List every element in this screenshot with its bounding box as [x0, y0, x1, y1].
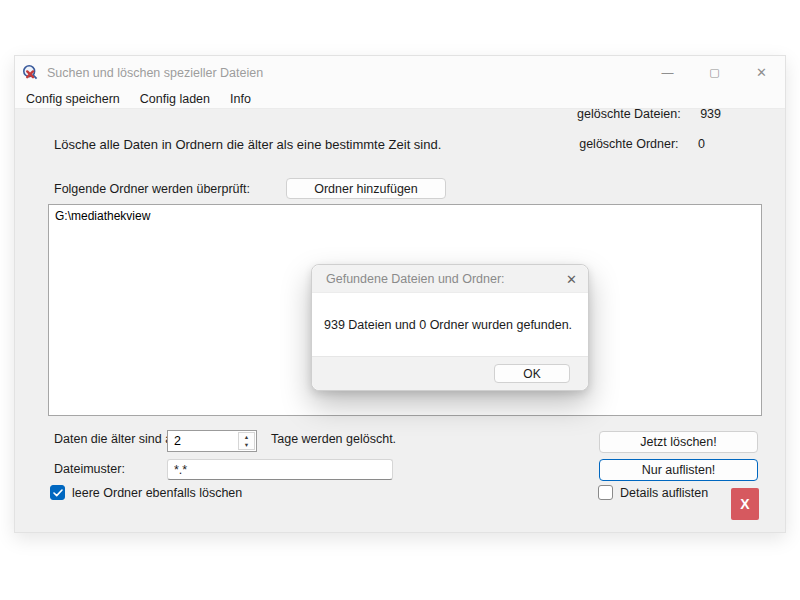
deleted-folders-label: gelöschte Ordner:: [579, 137, 678, 151]
menubar: Config speichern Config laden Info: [15, 89, 271, 109]
empty-folders-checkbox[interactable]: [50, 485, 65, 500]
pattern-input[interactable]: [167, 459, 393, 480]
age-input[interactable]: [168, 431, 237, 451]
folder-list-item[interactable]: G:\mediathekview: [49, 205, 761, 227]
age-label: Daten die älter sind als:: [54, 432, 185, 446]
dialog-message: 939 Dateien und 0 Ordner wurden gefunden…: [324, 318, 572, 332]
window-title: Suchen und löschen spezieller Dateien: [47, 66, 263, 80]
spinner-down-icon[interactable]: ▼: [239, 441, 254, 449]
age-suffix-label: Tage werden gelöscht.: [271, 432, 396, 446]
deleted-folders-value: 0: [698, 137, 705, 151]
details-checkbox[interactable]: [598, 485, 613, 500]
ok-button[interactable]: OK: [494, 364, 570, 383]
folders-checked-label: Folgende Ordner werden überprüft:: [54, 182, 250, 196]
dialog-footer: OK: [312, 356, 588, 390]
empty-folders-checkbox-row: leere Ordner ebenfalls löschen: [50, 485, 242, 500]
minimize-icon[interactable]: —: [644, 56, 691, 89]
dialog-close-icon[interactable]: ✕: [566, 265, 577, 293]
deleted-files-stat: gelöschte Dateien: 939: [577, 107, 721, 121]
deleted-files-label: gelöschte Dateien:: [577, 107, 681, 121]
titlebar: Suchen und löschen spezieller Dateien — …: [15, 56, 785, 89]
window-controls: — ▢ ✕: [644, 56, 785, 89]
menu-info[interactable]: Info: [230, 92, 251, 106]
spinner-up-icon[interactable]: ▲: [239, 433, 254, 441]
abort-button[interactable]: X: [731, 488, 759, 520]
deleted-folders-stat: gelöschte Ordner: 0: [579, 137, 705, 151]
dialog-body: 939 Dateien und 0 Ordner wurden gefunden…: [312, 293, 588, 356]
dialog-titlebar: Gefundene Dateien und Ordner: ✕: [312, 265, 588, 293]
empty-folders-label: leere Ordner ebenfalls löschen: [72, 486, 242, 500]
app-window: Suchen und löschen spezieller Dateien — …: [14, 55, 786, 533]
add-folder-button[interactable]: Ordner hinzufügen: [286, 178, 446, 199]
pattern-label: Dateimuster:: [54, 462, 125, 476]
deleted-files-value: 939: [700, 107, 721, 121]
details-label: Details auflisten: [620, 486, 708, 500]
details-checkbox-row: Details auflisten: [598, 485, 708, 500]
app-icon: [22, 64, 39, 81]
delete-now-button[interactable]: Jetzt löschen!: [599, 431, 758, 453]
check-icon: [53, 489, 63, 497]
list-only-button[interactable]: Nur auflisten!: [599, 459, 758, 481]
spinner-buttons: ▲ ▼: [238, 432, 255, 450]
close-icon[interactable]: ✕: [738, 56, 785, 89]
age-spinner: ▲ ▼: [167, 430, 257, 452]
dialog-title: Gefundene Dateien und Ordner:: [326, 272, 505, 286]
menu-config-speichern[interactable]: Config speichern: [26, 92, 120, 106]
maximize-icon[interactable]: ▢: [691, 56, 738, 89]
menu-config-laden[interactable]: Config laden: [140, 92, 210, 106]
description-label: Lösche alle Daten in Ordnern die älter a…: [54, 137, 441, 152]
result-dialog: Gefundene Dateien und Ordner: ✕ 939 Date…: [311, 264, 589, 391]
